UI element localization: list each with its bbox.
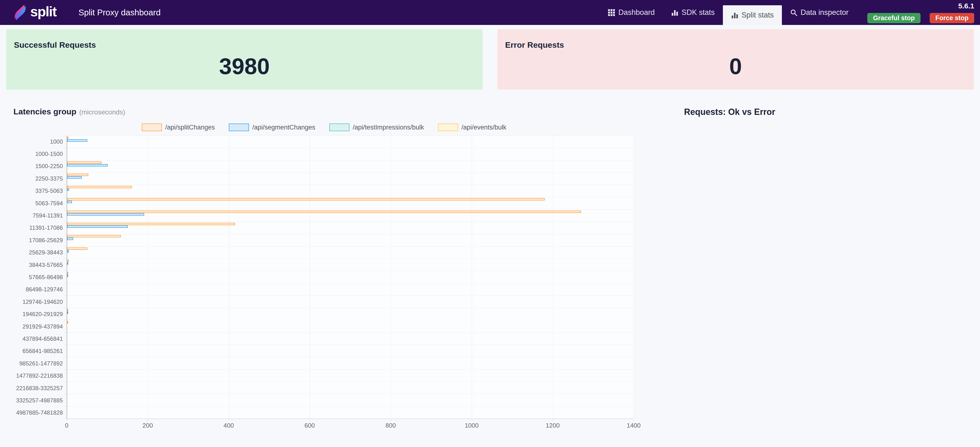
y-tick-label: 57665-86498 — [6, 271, 67, 283]
latency-bar-empty — [67, 297, 634, 299]
latency-bar-empty — [67, 346, 634, 348]
latency-bar-empty — [67, 194, 634, 196]
legend-item[interactable]: /api/testImpressions/bulk — [329, 124, 424, 131]
latency-bar-empty — [67, 290, 634, 292]
latency-bar — [67, 238, 73, 240]
legend-item[interactable]: /api/splitChanges — [142, 124, 215, 131]
latency-bar — [67, 201, 72, 203]
x-tick-label: 1200 — [546, 422, 560, 429]
main-content: Successful Requests 3980 Error Requests … — [0, 25, 980, 430]
grid-icon — [608, 9, 615, 16]
chart-legend: /api/splitChanges/api/segmentChanges/api… — [6, 124, 642, 131]
latency-bar-empty — [67, 317, 634, 319]
top-navbar: split Split Proxy dashboard Dashboard SD… — [0, 0, 980, 25]
navbar-right: 5.6.1 Graceful stop Force stop — [857, 2, 980, 23]
summary-cards: Successful Requests 3980 Error Requests … — [6, 29, 974, 90]
latency-row — [67, 210, 634, 222]
force-stop-button[interactable]: Force stop — [930, 13, 974, 23]
legend-swatch — [142, 124, 162, 131]
latency-row — [67, 332, 634, 345]
y-tick-label: 1000 — [6, 135, 67, 148]
latency-bar-empty — [67, 415, 634, 418]
y-tick-label: 437894-656841 — [6, 332, 67, 345]
successful-requests-value: 3980 — [14, 55, 475, 78]
latency-bar-empty — [67, 255, 634, 258]
latency-row — [67, 259, 634, 271]
latency-bar-empty — [67, 299, 634, 302]
latency-bar-empty — [67, 361, 634, 363]
successful-requests-card: Successful Requests 3980 — [6, 29, 482, 90]
latency-row — [67, 394, 634, 406]
y-tick-label: 3325257-4987885 — [6, 394, 67, 406]
latency-bar — [67, 262, 68, 265]
latencies-subtitle: (microseconds) — [80, 108, 125, 116]
error-requests-card: Error Requests 0 — [498, 29, 974, 90]
latency-bar-empty — [67, 157, 634, 159]
latency-bar-empty — [67, 204, 634, 206]
latency-bar — [67, 309, 68, 311]
bar-chart-icon — [671, 9, 679, 16]
latency-bar-empty — [67, 179, 634, 181]
requests-title: Requests: Ok vs Error — [684, 107, 775, 117]
latency-plot — [67, 135, 634, 419]
latency-row — [67, 136, 634, 148]
latency-bar-empty — [67, 388, 634, 390]
latency-row — [67, 222, 634, 234]
latency-bar — [67, 235, 121, 237]
latency-bar-empty — [67, 336, 634, 339]
y-tick-label: 194620-291929 — [6, 308, 67, 320]
legend-item[interactable]: /api/segmentChanges — [229, 124, 315, 131]
latency-row — [67, 161, 634, 173]
split-logo-icon — [14, 5, 26, 21]
legend-item[interactable]: /api/events/bulk — [438, 124, 507, 131]
legend-swatch — [438, 124, 458, 131]
latency-bar — [67, 260, 69, 262]
latency-x-axis: 0200400600800100012001400 — [67, 419, 634, 430]
x-tick-label: 1400 — [627, 422, 641, 429]
latency-bar-empty — [67, 407, 634, 410]
y-tick-label: 2250-3375 — [6, 172, 67, 185]
error-requests-value: 0 — [505, 55, 966, 78]
latency-bar-empty — [67, 410, 634, 412]
latency-bar-empty — [67, 395, 634, 398]
latency-bar-empty — [67, 243, 634, 245]
nav-item-sdk-stats[interactable]: SDK stats — [663, 0, 723, 25]
nav-item-split-stats[interactable]: Split stats — [723, 5, 782, 25]
latency-bar-empty — [67, 280, 634, 282]
latencies-chart: 10001000-15001500-22502250-33753375-5063… — [6, 135, 642, 419]
latency-bar-empty — [67, 326, 634, 329]
latency-bar — [67, 275, 68, 277]
bar-chart-icon — [731, 11, 738, 19]
successful-requests-title: Successful Requests — [14, 40, 475, 49]
latency-row — [67, 308, 634, 320]
y-tick-label: 291929-437894 — [6, 320, 67, 332]
graceful-stop-button[interactable]: Graceful stop — [867, 13, 921, 23]
latency-bar-empty — [67, 334, 634, 336]
latency-row — [67, 296, 634, 308]
latency-row — [67, 382, 634, 394]
latency-bar-empty — [67, 351, 634, 353]
latency-row — [67, 406, 634, 419]
latency-bar-empty — [67, 314, 634, 317]
latency-bar-empty — [67, 398, 634, 400]
latency-bar — [67, 186, 132, 188]
latencies-heading: Latencies group (microseconds) — [13, 107, 642, 116]
latency-bar-empty — [67, 218, 634, 221]
nav-item-data-inspector[interactable]: Data inspector — [782, 0, 857, 25]
latency-bar-empty — [67, 265, 634, 267]
y-tick-label: 86498-129746 — [6, 283, 67, 296]
split-logo[interactable]: split — [14, 5, 56, 21]
nav-item-dashboard[interactable]: Dashboard — [600, 0, 663, 25]
x-tick-label: 800 — [385, 422, 396, 429]
latency-bar — [67, 250, 69, 253]
latency-bar-empty — [67, 413, 634, 415]
y-tick-label: 656841-985261 — [6, 345, 67, 357]
brand-wordmark: split — [30, 5, 56, 21]
latency-bar-empty — [67, 366, 634, 368]
nav-item-label: Split stats — [741, 11, 774, 19]
latency-y-axis: 10001000-15001500-22502250-33753375-5063… — [6, 135, 67, 419]
latency-bar — [67, 137, 68, 139]
latency-bar-empty — [67, 358, 634, 360]
latency-row — [67, 247, 634, 259]
x-tick-label: 200 — [142, 422, 153, 429]
